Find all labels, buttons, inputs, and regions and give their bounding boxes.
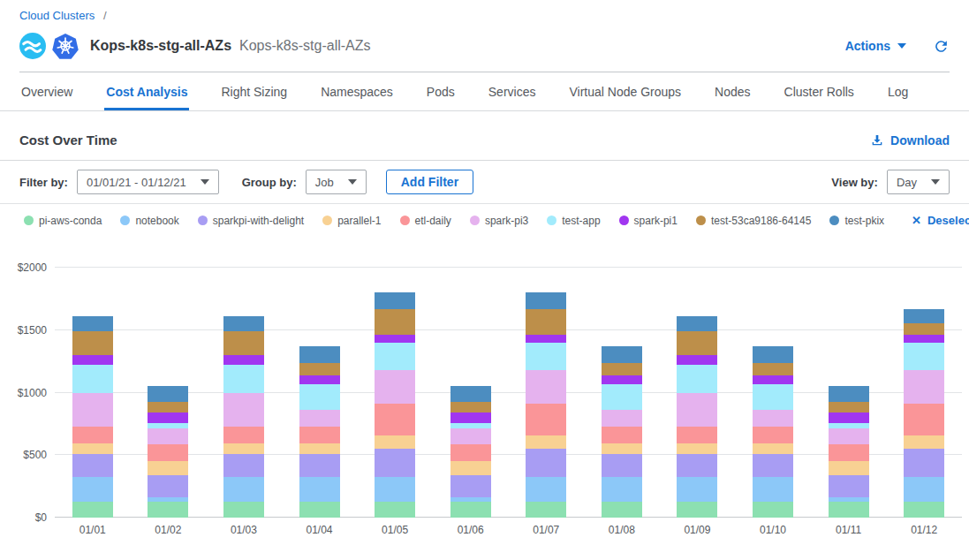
legend-item-spark-pi1[interactable]: spark-pi1: [619, 215, 678, 227]
add-filter-button[interactable]: Add Filter: [386, 170, 473, 194]
tab-nodes[interactable]: Nodes: [713, 72, 752, 110]
bar-segment-test-53ca9186-64145[interactable]: [829, 402, 869, 412]
bar-segment-test-app[interactable]: [299, 384, 340, 411]
bar-stack-01/09[interactable]: [677, 268, 717, 518]
legend-item-test-53ca9186-64145[interactable]: test-53ca9186-64145: [696, 215, 811, 227]
bar-stack-01/06[interactable]: [450, 268, 491, 518]
bar-segment-etl-daily[interactable]: [299, 427, 340, 443]
bar-stack-01/05[interactable]: [375, 268, 415, 518]
bar-segment-pi-aws-conda[interactable]: [148, 502, 188, 518]
bar-segment-spark-pi1[interactable]: [72, 355, 113, 365]
bar-segment-parallel-1[interactable]: [904, 435, 944, 449]
tab-virtual-node-groups[interactable]: Virtual Node Groups: [567, 72, 683, 110]
bar-segment-test-pkix[interactable]: [299, 346, 340, 362]
bar-segment-spark-pi1[interactable]: [148, 412, 188, 422]
bar-segment-notebook[interactable]: [526, 477, 566, 502]
bar-segment-test-53ca9186-64145[interactable]: [602, 363, 642, 375]
bar-segment-sparkpi-with-delight[interactable]: [829, 475, 869, 497]
bar-stack-01/02[interactable]: [148, 268, 188, 518]
bar-segment-sparkpi-with-delight[interactable]: [753, 454, 793, 477]
bar-segment-parallel-1[interactable]: [148, 461, 188, 475]
bar-segment-sparkpi-with-delight[interactable]: [375, 449, 415, 477]
bar-segment-spark-pi3[interactable]: [677, 393, 717, 427]
bar-segment-sparkpi-with-delight[interactable]: [223, 454, 264, 477]
bar-segment-test-53ca9186-64145[interactable]: [677, 331, 717, 356]
bar-segment-test-pkix[interactable]: [375, 292, 415, 308]
bar-segment-pi-aws-conda[interactable]: [753, 502, 793, 518]
bar-segment-spark-pi1[interactable]: [753, 375, 793, 384]
bar-stack-01/01[interactable]: [72, 268, 113, 518]
tab-log[interactable]: Log: [886, 72, 910, 110]
bar-segment-notebook[interactable]: [223, 477, 264, 502]
bar-segment-sparkpi-with-delight[interactable]: [677, 454, 717, 477]
bar-segment-spark-pi1[interactable]: [602, 375, 642, 384]
bar-segment-etl-daily[interactable]: [72, 427, 113, 443]
bar-segment-test-app[interactable]: [526, 343, 566, 370]
bar-segment-etl-daily[interactable]: [526, 404, 566, 436]
bar-segment-parallel-1[interactable]: [526, 435, 566, 449]
bar-segment-parallel-1[interactable]: [677, 443, 717, 454]
bar-segment-parallel-1[interactable]: [753, 443, 793, 454]
bar-segment-spark-pi3[interactable]: [72, 393, 113, 427]
bar-segment-test-53ca9186-64145[interactable]: [450, 402, 491, 412]
bar-segment-etl-daily[interactable]: [602, 427, 642, 443]
bar-segment-notebook[interactable]: [375, 477, 415, 502]
bar-stack-01/08[interactable]: [602, 268, 642, 518]
bar-segment-spark-pi1[interactable]: [904, 335, 944, 343]
bar-segment-etl-daily[interactable]: [223, 427, 264, 443]
bar-segment-sparkpi-with-delight[interactable]: [299, 454, 340, 477]
bar-segment-sparkpi-with-delight[interactable]: [602, 454, 642, 477]
actions-button[interactable]: Actions: [845, 39, 906, 53]
bar-segment-test-pkix[interactable]: [223, 316, 264, 331]
bar-segment-test-53ca9186-64145[interactable]: [526, 309, 566, 335]
bar-segment-parallel-1[interactable]: [375, 435, 415, 449]
bar-segment-notebook[interactable]: [677, 477, 717, 502]
bar-segment-pi-aws-conda[interactable]: [677, 502, 717, 518]
bar-segment-test-app[interactable]: [223, 365, 264, 393]
legend-item-notebook[interactable]: notebook: [120, 215, 178, 227]
bar-segment-test-app[interactable]: [753, 384, 793, 411]
bar-segment-etl-daily[interactable]: [375, 404, 415, 436]
legend-item-sparkpi-with-delight[interactable]: sparkpi-with-delight: [198, 215, 304, 227]
bar-segment-pi-aws-conda[interactable]: [526, 502, 566, 518]
bar-segment-sparkpi-with-delight[interactable]: [72, 454, 113, 477]
bar-segment-spark-pi3[interactable]: [223, 393, 264, 427]
tab-pods[interactable]: Pods: [425, 72, 457, 110]
bar-segment-test-pkix[interactable]: [148, 386, 188, 402]
bar-segment-etl-daily[interactable]: [450, 444, 491, 462]
bar-segment-test-app[interactable]: [677, 365, 717, 393]
view-by-select[interactable]: Day: [887, 170, 950, 194]
bar-segment-test-53ca9186-64145[interactable]: [299, 363, 340, 375]
group-by-select[interactable]: Job: [306, 170, 367, 194]
date-range-select[interactable]: 01/01/21 - 01/12/21: [77, 170, 219, 194]
tab-overview[interactable]: Overview: [19, 72, 74, 110]
bar-stack-01/04[interactable]: [299, 268, 340, 518]
bar-stack-01/12[interactable]: [904, 268, 944, 518]
bar-segment-spark-pi3[interactable]: [829, 428, 869, 444]
bar-segment-notebook[interactable]: [299, 477, 340, 502]
bar-segment-test-pkix[interactable]: [602, 346, 642, 362]
bar-segment-test-53ca9186-64145[interactable]: [904, 323, 944, 335]
bar-segment-pi-aws-conda[interactable]: [904, 502, 944, 518]
bar-segment-parallel-1[interactable]: [829, 461, 869, 475]
bar-segment-pi-aws-conda[interactable]: [375, 502, 415, 518]
bar-segment-test-app[interactable]: [375, 343, 415, 370]
legend-item-parallel-1[interactable]: parallel-1: [322, 215, 381, 227]
bar-segment-parallel-1[interactable]: [602, 443, 642, 454]
bar-segment-test-53ca9186-64145[interactable]: [223, 331, 264, 356]
bar-segment-test-pkix[interactable]: [829, 386, 869, 402]
bar-segment-pi-aws-conda[interactable]: [450, 502, 491, 518]
tab-right-sizing[interactable]: Right Sizing: [219, 72, 289, 110]
breadcrumb-link-cloud-clusters[interactable]: Cloud Clusters: [19, 9, 95, 22]
bar-segment-test-53ca9186-64145[interactable]: [375, 309, 415, 335]
legend-item-test-pkix[interactable]: test-pkix: [829, 215, 884, 227]
bar-segment-test-53ca9186-64145[interactable]: [148, 402, 188, 412]
bar-segment-etl-daily[interactable]: [753, 427, 793, 443]
bar-segment-etl-daily[interactable]: [148, 444, 188, 462]
bar-segment-pi-aws-conda[interactable]: [602, 502, 642, 518]
bar-segment-pi-aws-conda[interactable]: [223, 502, 264, 518]
bar-segment-test-pkix[interactable]: [72, 316, 113, 331]
bar-segment-test-pkix[interactable]: [904, 309, 944, 323]
bar-segment-test-pkix[interactable]: [677, 316, 717, 331]
bar-segment-spark-pi3[interactable]: [753, 410, 793, 427]
